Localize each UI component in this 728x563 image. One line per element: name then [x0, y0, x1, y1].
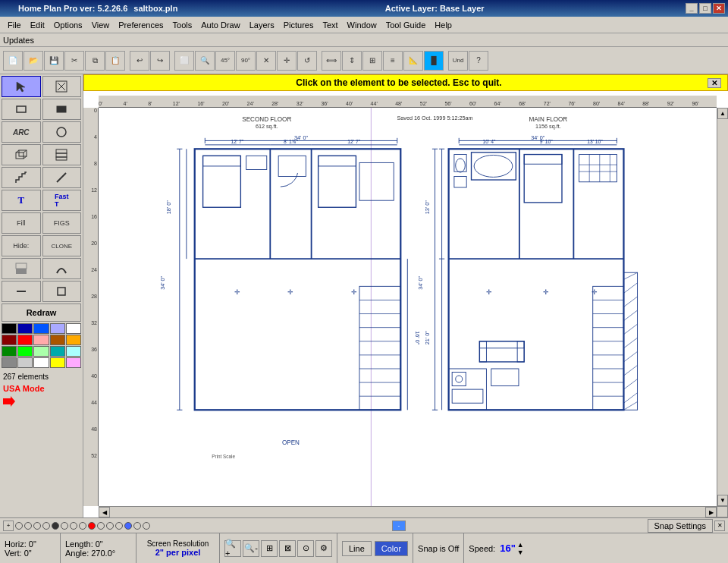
toolbar-mirror-v[interactable]: ⇕ [342, 51, 362, 71]
color-cell-0[interactable] [2, 323, 17, 334]
vertical-scrollbar[interactable]: ▲ ▼ [717, 108, 728, 506]
toolbar-layers[interactable]: ≡ [383, 51, 403, 71]
tool-wall[interactable] [42, 144, 82, 165]
zoom-reset-button[interactable]: ⊙ [297, 540, 314, 557]
minimize-button[interactable]: _ [686, 3, 698, 14]
color-cell-6[interactable] [17, 335, 33, 345]
hint-close-button[interactable]: ✕ [708, 78, 721, 88]
tool-rect-fill[interactable] [42, 99, 82, 120]
menu-item-view[interactable]: View [87, 19, 115, 31]
tool-curve[interactable] [42, 258, 82, 279]
snap-add-button[interactable]: + [3, 521, 14, 531]
menu-item-options[interactable]: Options [49, 19, 87, 31]
tool-fill[interactable]: Fill [2, 212, 41, 234]
scroll-down-button[interactable]: ▼ [717, 495, 728, 506]
horizontal-scrollbar[interactable]: ◀ ▶ [99, 506, 717, 517]
toolbar-copy[interactable]: ⧉ [85, 51, 105, 71]
tool-magic[interactable] [42, 76, 82, 97]
color-cell-13[interactable] [50, 346, 65, 357]
color-cell-16[interactable] [17, 357, 33, 368]
speed-down-button[interactable]: ▼ [517, 549, 524, 556]
toolbar-redo[interactable]: ↪ [150, 51, 170, 71]
color-cell-12[interactable] [33, 346, 49, 357]
snap-close-button[interactable]: ✕ [714, 521, 725, 531]
menu-item-edit[interactable]: Edit [26, 19, 49, 31]
tool-text-fast[interactable]: FastT [42, 190, 82, 211]
zoom-in-button[interactable]: 🔍+ [224, 540, 241, 557]
menu-item-tools[interactable]: Tools [168, 19, 197, 31]
maximize-button[interactable]: □ [699, 3, 711, 14]
tool-text[interactable]: T [2, 190, 41, 211]
color-cell-15[interactable] [2, 357, 17, 368]
close-button[interactable]: ✕ [713, 3, 725, 14]
color-cell-5[interactable] [2, 335, 17, 345]
color-cell-3[interactable] [50, 323, 65, 334]
scroll-up-button[interactable]: ▲ [717, 108, 728, 119]
toolbar-move[interactable]: ✛ [277, 51, 297, 71]
tool-rect-3d[interactable] [2, 144, 41, 165]
color-cell-10[interactable] [2, 346, 17, 357]
toolbar-rotate90[interactable]: 90° [236, 51, 256, 71]
color-cell-19[interactable] [66, 357, 81, 368]
updates-label[interactable]: Updates [3, 36, 34, 45]
line-button[interactable]: Line [342, 541, 372, 556]
menu-item-toolguide[interactable]: Tool Guide [381, 19, 431, 31]
zoom-view-button[interactable]: ⊠ [279, 540, 296, 557]
color-cell-11[interactable] [17, 346, 33, 357]
scroll-left-button[interactable]: ◀ [99, 507, 110, 517]
zoom-out-button[interactable]: 🔍- [243, 540, 259, 557]
tool-circle[interactable] [42, 121, 82, 143]
toolbar-delete[interactable]: ✕ [256, 51, 276, 71]
tool-shade[interactable] [2, 258, 41, 279]
color-button[interactable]: Color [375, 541, 408, 556]
toolbar-fill[interactable]: █ [424, 51, 444, 71]
tool-stair[interactable] [2, 167, 41, 188]
color-cell-7[interactable] [33, 335, 49, 345]
speed-up-button[interactable]: ▲ [517, 541, 524, 549]
toolbar-group[interactable]: ⊞ [362, 51, 382, 71]
color-cell-8[interactable] [50, 335, 65, 345]
menu-item-layers[interactable]: Layers [245, 19, 279, 31]
toolbar-refresh[interactable]: ↺ [297, 51, 317, 71]
menu-item-help[interactable]: Help [430, 19, 457, 31]
menu-item-autodraw[interactable]: Auto Draw [196, 19, 244, 31]
color-cell-1[interactable] [17, 323, 33, 334]
color-cell-4[interactable] [66, 323, 81, 334]
color-cell-14[interactable] [66, 346, 81, 357]
toolbar-save[interactable]: 💾 [44, 51, 64, 71]
color-cell-17[interactable] [33, 357, 49, 368]
toolbar-measure[interactable]: 📐 [403, 51, 423, 71]
menu-item-window[interactable]: Window [343, 19, 381, 31]
tool-arrow[interactable] [2, 76, 41, 97]
snap-minus-button[interactable]: - [392, 521, 406, 531]
toolbar-cut[interactable]: ✂ [64, 51, 84, 71]
tool-hide[interactable]: Hide: [2, 235, 41, 256]
toolbar-mirror-h[interactable]: ⟺ [322, 51, 341, 71]
tool-rect-outline[interactable] [2, 99, 41, 120]
toolbar-paste[interactable]: 📋 [105, 51, 125, 71]
toolbar-undo[interactable]: ↩ [130, 51, 149, 71]
snap-settings-button[interactable]: Snap Settings [648, 519, 714, 533]
menu-item-pictures[interactable]: Pictures [279, 19, 318, 31]
tool-rect-sm[interactable] [42, 281, 82, 302]
toolbar-new[interactable]: 📄 [3, 51, 23, 71]
tool-figs[interactable]: FIGS [42, 212, 82, 234]
color-cell-2[interactable] [33, 323, 49, 334]
tool-line-h[interactable] [2, 281, 41, 302]
scroll-right-button[interactable]: ▶ [705, 507, 717, 517]
toolbar-rotate45[interactable]: 45° [215, 51, 235, 71]
tool-line[interactable] [42, 167, 82, 188]
toolbar-zoom[interactable]: 🔍 [195, 51, 215, 71]
toolbar-select[interactable]: ⬜ [174, 51, 194, 71]
color-cell-9[interactable] [66, 335, 81, 345]
zoom-fit-button[interactable]: ⊞ [261, 540, 278, 557]
tool-arc[interactable]: ARC [2, 121, 41, 143]
toolbar-help[interactable]: ? [469, 51, 488, 71]
redraw-button[interactable]: Redraw [2, 304, 81, 322]
toolbar-undo2[interactable]: Und [448, 51, 468, 71]
color-cell-18[interactable] [50, 357, 65, 368]
zoom-settings-button[interactable]: ⚙ [315, 540, 332, 557]
menu-item-preferences[interactable]: Preferences [114, 19, 168, 31]
menu-item-text[interactable]: Text [318, 19, 342, 31]
menu-item-file[interactable]: File [3, 19, 26, 31]
